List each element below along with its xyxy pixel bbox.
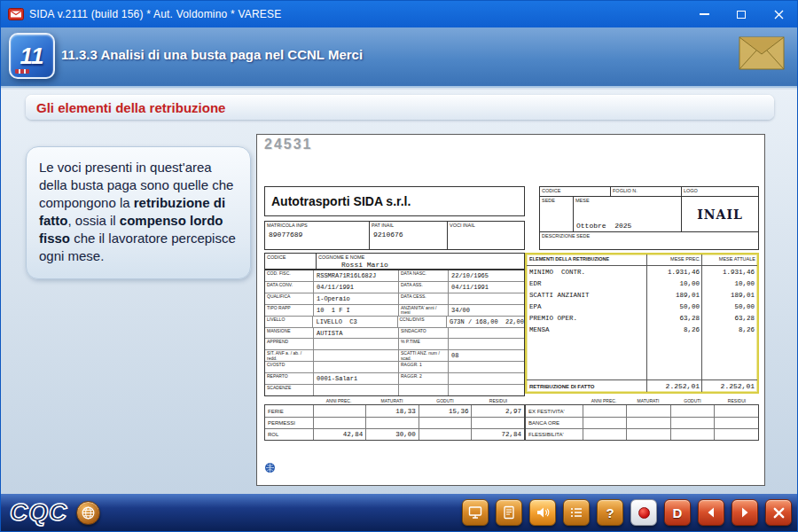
logo-label: LOGO — [682, 187, 758, 196]
next-button[interactable] — [732, 499, 758, 526]
matricola-label: MATRICOLA INPS — [265, 222, 369, 228]
exit-button[interactable] — [765, 499, 792, 526]
retribuzione-row: MENSA8,268,26 — [527, 324, 757, 335]
app-icon — [8, 8, 24, 20]
audio-button[interactable] — [529, 499, 556, 526]
question-icon: ? — [606, 506, 614, 520]
field-row: TIPO RAPP10 1 F IANZIANITA' anni / mesi3… — [265, 305, 524, 317]
presentation-button[interactable] — [462, 499, 489, 526]
retribuzione-total-prev: 2.252,01 — [647, 382, 702, 390]
payslip-ids-row: MATRICOLA INPS89077689 PAT INAIL9210676 … — [264, 221, 525, 250]
employee-fields-table: COD. FISC.RSSMRA71R16L682JDATA NASC.22/1… — [264, 270, 525, 396]
extra-header: GODUTI — [670, 396, 715, 404]
leave-row: ROL42,8430,0072,84 — [265, 428, 524, 440]
mese-label: MESE — [574, 197, 681, 203]
retribuzione-divider — [646, 254, 647, 392]
retribuzione-total-curr: 2.252,01 — [702, 382, 757, 390]
extra-header: ANNI PREC. — [582, 396, 626, 404]
extra-header: MATURATI — [626, 396, 670, 404]
leave-header: GODUTI — [419, 396, 472, 404]
foglio-label: FOGLIO N. — [611, 187, 682, 196]
field-row: APPREND% P.TIME — [265, 339, 524, 350]
col-mese-attuale: MESE ATTUALE — [702, 254, 757, 265]
employee-name: Rossi Mario — [341, 261, 388, 269]
sede-label: SEDE — [540, 197, 573, 203]
d-label: D — [673, 506, 683, 520]
list-icon — [569, 505, 583, 520]
info-text: , ossia il — [68, 213, 120, 228]
company-name-text: Autotrasporti SIDA s.r.l. — [271, 194, 411, 208]
leave-header: ANNI PREC. — [312, 396, 365, 404]
arrow-left-icon — [704, 505, 718, 520]
envelope-icon — [739, 36, 785, 74]
help-button[interactable]: ? — [597, 499, 623, 526]
leave-table: ANNI PREC. MATURATI GODUTI RESIDUI FERIE… — [264, 396, 525, 441]
descrizione-sede-label: DESCRIZIONE SEDE — [540, 232, 758, 239]
section-title: Gli elementi della retribuzione — [36, 100, 225, 115]
badge-flag — [15, 69, 29, 74]
x-icon — [772, 506, 786, 520]
previous-button[interactable] — [698, 499, 724, 526]
employee-name-label: COGNOME E NOME — [317, 254, 524, 260]
arrow-right-icon — [738, 505, 752, 520]
field-row: QUALIFICA1-OperaioDATA CESS. — [265, 293, 524, 305]
col-mese-prec: MESE PREC. — [647, 254, 702, 265]
minimize-button[interactable] — [685, 1, 723, 27]
employee-codice-label: CODICE — [265, 254, 316, 260]
employee-row: CODICE COGNOME E NOMERossi Mario — [264, 253, 525, 270]
extra-row: BANCA ORE — [526, 417, 758, 428]
retribuzione-divider — [701, 254, 702, 392]
d-button[interactable]: D — [664, 499, 691, 526]
mese-value: Ottobre 2025 — [574, 222, 681, 231]
company-name: Autotrasporti SIDA s.r.l. — [264, 186, 525, 216]
lesson-title: 11.3.3 Analisi di una busta paga nel CCN… — [61, 47, 363, 62]
retribuzione-row: EDR10,0010,00 — [527, 278, 757, 289]
info-panel: Le voci presenti in quest'area della bus… — [26, 146, 251, 279]
field-row: SCADENZE — [265, 385, 524, 395]
leave-header: RESIDUI — [472, 396, 525, 404]
extra-row: EX FESTIVITA' — [526, 405, 758, 417]
chapter-number: 11 — [20, 43, 44, 70]
payslip-number: 24531 — [264, 137, 313, 153]
maximize-icon — [737, 11, 746, 19]
field-row: CI/OSTDRAGGR. 1 — [265, 362, 524, 373]
globe-button[interactable] — [76, 501, 100, 525]
field-row: MANSIONEAUTISTASINDACATO — [265, 328, 524, 340]
field-row: SIT. ANF a. / ab. / redd.SCATTI ANZ. num… — [265, 350, 524, 362]
leave-header: MATURATI — [365, 396, 419, 404]
close-button[interactable] — [760, 1, 797, 27]
minimize-icon — [700, 13, 709, 15]
voci-label: VOCI INAIL — [448, 222, 524, 228]
extra-row: FLESSIBILITA' — [526, 428, 758, 440]
globe-icon — [81, 505, 96, 520]
leave-row: PERMESSI — [265, 417, 524, 428]
pat-label: PAT INAIL — [370, 222, 447, 228]
notes-button[interactable] — [496, 499, 522, 526]
bottom-toolbar: CQC ? D — [1, 494, 797, 531]
record-button[interactable] — [630, 499, 657, 526]
leave-row: FERIE18,3315,362,97 — [265, 405, 524, 417]
extra-header: RESIDUI — [715, 396, 759, 404]
retribuzione-title: ELEMENTI DELLA RETRIBUZIONE — [527, 254, 647, 265]
screen-icon — [468, 505, 482, 520]
document-icon — [502, 505, 516, 520]
descrizione-sede-box: DESCRIZIONE SEDE — [539, 232, 759, 250]
app-window: SIDA v.2111 (build 156) * Aut. Voldomino… — [0, 0, 798, 532]
retribuzione-total-row: RETRIBUZIONE DI FATTO 2.252,01 2.252,01 — [527, 379, 757, 392]
inail-logo: INAIL — [682, 197, 758, 231]
retribuzione-box: ELEMENTI DELLA RETRIBUZIONE MESE PREC. M… — [525, 253, 759, 394]
matricola-value: 89077689 — [265, 228, 369, 239]
extra-hours-table: ANNI PREC. MATURATI GODUTI RESIDUI EX FE… — [525, 396, 759, 441]
retribuzione-row: MINIMO CONTR.1.931,461.931,46 — [527, 266, 757, 278]
field-row: LIVELLOLIVELLO C3CCNL/DIVISG73N / 168,00… — [265, 317, 524, 328]
payslip-image: 24531 Autotrasporti SIDA s.r.l. CODICE F… — [256, 134, 765, 486]
speaker-icon — [536, 505, 550, 520]
lesson-header: 11 11.3.3 Analisi di una busta paga nel … — [1, 27, 797, 88]
retribuzione-row: SCATTI ANZIANIT189,01189,01 — [527, 289, 757, 301]
cqc-logo: CQC — [10, 500, 67, 525]
pat-value: 9210676 — [370, 228, 447, 239]
index-button[interactable] — [563, 499, 590, 526]
maximize-button[interactable] — [723, 1, 760, 27]
retribuzione-total-label: RETRIBUZIONE DI FATTO — [527, 384, 647, 389]
titlebar: SIDA v.2111 (build 156) * Aut. Voldomino… — [1, 1, 797, 27]
